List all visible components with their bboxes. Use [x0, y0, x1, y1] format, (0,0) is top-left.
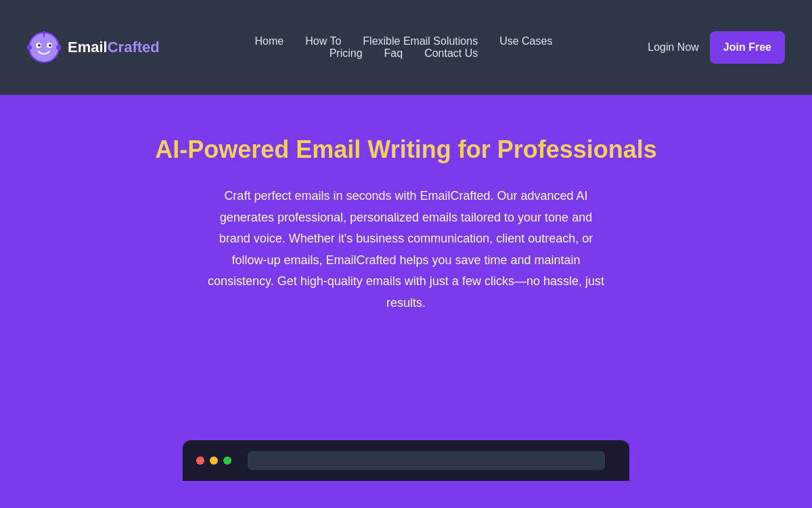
device-dot-yellow — [210, 457, 218, 465]
navbar-actions: Login Now Join Free — [648, 31, 785, 64]
device-address-bar — [248, 451, 605, 470]
svg-point-6 — [43, 31, 46, 35]
nav-link-howto[interactable]: How To — [305, 35, 341, 47]
nav-link-faq[interactable]: Faq — [384, 47, 403, 60]
nav-link-flexible[interactable]: Flexible Email Solutions — [363, 35, 478, 47]
hero-section: AI-Powered Email Writing for Professiona… — [0, 95, 812, 508]
device-dot-green — [223, 457, 231, 465]
svg-point-4 — [49, 44, 51, 47]
hero-title: AI-Powered Email Writing for Professiona… — [155, 135, 656, 164]
navbar: EmailCrafted Home How To Flexible Email … — [0, 0, 812, 95]
nav-link-home[interactable]: Home — [255, 35, 284, 47]
logo-link[interactable]: EmailCrafted — [27, 30, 160, 64]
nav-link-usecases[interactable]: Use Cases — [499, 35, 552, 47]
hero-description: Craft perfect emails in seconds with Ema… — [203, 186, 609, 314]
logo-text: EmailCrafted — [68, 39, 160, 56]
join-button[interactable]: Join Free — [710, 31, 785, 64]
svg-point-3 — [38, 44, 41, 47]
device-preview — [183, 440, 629, 481]
logo-icon — [27, 30, 61, 64]
device-dot-red — [196, 457, 204, 465]
login-button[interactable]: Login Now — [648, 41, 699, 54]
nav-link-pricing[interactable]: Pricing — [330, 47, 363, 60]
nav-link-contact[interactable]: Contact Us — [424, 47, 478, 60]
navbar-links: Home How To Flexible Email Solutions Use… — [227, 35, 579, 60]
